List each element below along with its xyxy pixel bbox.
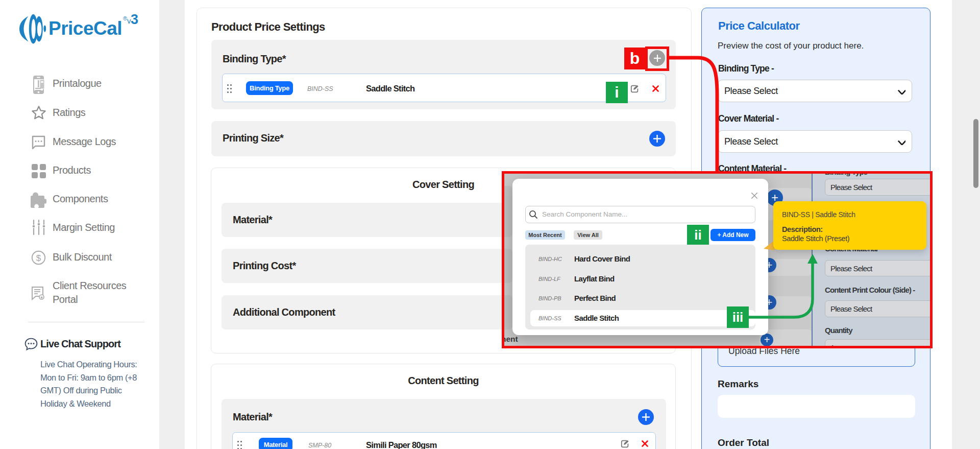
svg-text:3: 3 — [131, 12, 138, 27]
svg-text:®: ® — [123, 15, 127, 21]
svg-text:$: $ — [36, 253, 41, 263]
svg-text:PriceCal: PriceCal — [48, 18, 122, 39]
svg-text:★: ★ — [40, 295, 43, 300]
